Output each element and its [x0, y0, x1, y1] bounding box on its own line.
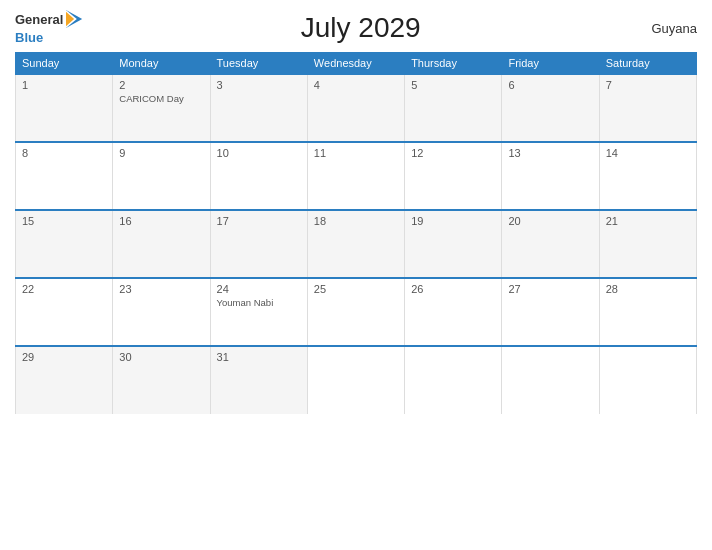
- day-number: 13: [508, 147, 592, 159]
- calendar-cell: [405, 346, 502, 414]
- day-number: 22: [22, 283, 106, 295]
- page: General Blue July 2029 Guyana SundayMond…: [0, 0, 712, 550]
- calendar-cell: 12: [405, 142, 502, 210]
- calendar-cell: 10: [210, 142, 307, 210]
- calendar-cell: 6: [502, 74, 599, 142]
- day-number: 12: [411, 147, 495, 159]
- day-number: 26: [411, 283, 495, 295]
- day-number: 30: [119, 351, 203, 363]
- calendar-cell: 30: [113, 346, 210, 414]
- day-number: 7: [606, 79, 690, 91]
- day-number: 3: [217, 79, 301, 91]
- day-of-week-header: Tuesday: [210, 53, 307, 75]
- calendar-cell: 3: [210, 74, 307, 142]
- day-number: 4: [314, 79, 398, 91]
- calendar-cell: 19: [405, 210, 502, 278]
- day-number: 25: [314, 283, 398, 295]
- logo-general-text: General: [15, 13, 63, 26]
- day-number: 5: [411, 79, 495, 91]
- day-number: 24: [217, 283, 301, 295]
- calendar-cell: [599, 346, 696, 414]
- calendar-title: July 2029: [84, 12, 637, 44]
- day-number: 1: [22, 79, 106, 91]
- calendar-cell: 26: [405, 278, 502, 346]
- day-number: 11: [314, 147, 398, 159]
- day-number: 29: [22, 351, 106, 363]
- day-number: 21: [606, 215, 690, 227]
- calendar-cell: 16: [113, 210, 210, 278]
- calendar-week-row: 12CARICOM Day34567: [16, 74, 697, 142]
- calendar-cell: 7: [599, 74, 696, 142]
- day-number: 17: [217, 215, 301, 227]
- calendar-week-row: 293031: [16, 346, 697, 414]
- day-number: 10: [217, 147, 301, 159]
- country-label: Guyana: [637, 21, 697, 36]
- calendar-cell: 23: [113, 278, 210, 346]
- calendar-week-row: 891011121314: [16, 142, 697, 210]
- calendar-cell: 24Youman Nabi: [210, 278, 307, 346]
- calendar-cell: 28: [599, 278, 696, 346]
- header: General Blue July 2029 Guyana: [15, 10, 697, 46]
- calendar-cell: 14: [599, 142, 696, 210]
- calendar-cell: 2CARICOM Day: [113, 74, 210, 142]
- day-number: 6: [508, 79, 592, 91]
- holiday-label: CARICOM Day: [119, 93, 203, 104]
- calendar-week-row: 15161718192021: [16, 210, 697, 278]
- day-number: 2: [119, 79, 203, 91]
- calendar-cell: 17: [210, 210, 307, 278]
- day-number: 15: [22, 215, 106, 227]
- calendar-cell: 31: [210, 346, 307, 414]
- logo-flag-icon: [66, 10, 84, 28]
- calendar-week-row: 222324Youman Nabi25262728: [16, 278, 697, 346]
- calendar-cell: 9: [113, 142, 210, 210]
- day-number: 28: [606, 283, 690, 295]
- day-of-week-header: Monday: [113, 53, 210, 75]
- day-number: 31: [217, 351, 301, 363]
- holiday-label: Youman Nabi: [217, 297, 301, 308]
- day-number: 20: [508, 215, 592, 227]
- day-number: 18: [314, 215, 398, 227]
- calendar-cell: 1: [16, 74, 113, 142]
- day-number: 9: [119, 147, 203, 159]
- calendar-cell: 15: [16, 210, 113, 278]
- calendar-cell: 22: [16, 278, 113, 346]
- day-of-week-header: Sunday: [16, 53, 113, 75]
- calendar-cell: 11: [307, 142, 404, 210]
- logo-blue-text: Blue: [15, 30, 43, 45]
- day-number: 16: [119, 215, 203, 227]
- calendar-cell: 18: [307, 210, 404, 278]
- calendar-cell: 27: [502, 278, 599, 346]
- calendar-cell: [307, 346, 404, 414]
- calendar-cell: 25: [307, 278, 404, 346]
- day-number: 14: [606, 147, 690, 159]
- logo: General Blue: [15, 10, 84, 46]
- calendar-cell: 29: [16, 346, 113, 414]
- day-number: 23: [119, 283, 203, 295]
- calendar-header-row: SundayMondayTuesdayWednesdayThursdayFrid…: [16, 53, 697, 75]
- calendar-cell: 21: [599, 210, 696, 278]
- calendar-cell: 5: [405, 74, 502, 142]
- calendar-cell: 8: [16, 142, 113, 210]
- day-number: 19: [411, 215, 495, 227]
- calendar-cell: [502, 346, 599, 414]
- calendar-cell: 20: [502, 210, 599, 278]
- day-of-week-header: Wednesday: [307, 53, 404, 75]
- day-of-week-header: Saturday: [599, 53, 696, 75]
- day-of-week-header: Thursday: [405, 53, 502, 75]
- day-number: 8: [22, 147, 106, 159]
- calendar-cell: 13: [502, 142, 599, 210]
- calendar-cell: 4: [307, 74, 404, 142]
- day-of-week-header: Friday: [502, 53, 599, 75]
- calendar-table: SundayMondayTuesdayWednesdayThursdayFrid…: [15, 52, 697, 414]
- day-number: 27: [508, 283, 592, 295]
